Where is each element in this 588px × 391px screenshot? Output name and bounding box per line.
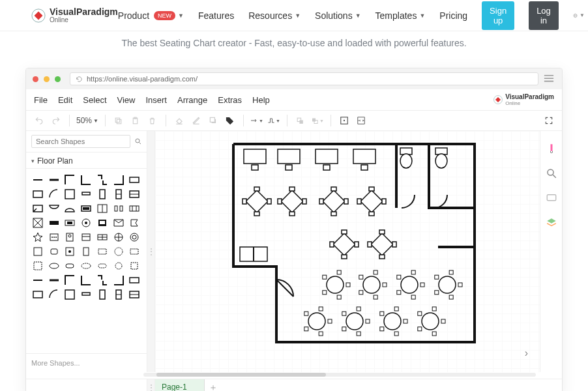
shape-swatch[interactable]: [96, 274, 109, 286]
shape-swatch[interactable]: [31, 174, 44, 186]
fit-page-button[interactable]: [338, 113, 351, 128]
shape-swatch[interactable]: [96, 289, 109, 300]
shape-swatch[interactable]: [63, 203, 76, 214]
shape-swatch[interactable]: [128, 203, 141, 214]
search-icon[interactable]: [546, 167, 557, 179]
shape-swatch[interactable]: [128, 289, 141, 300]
shape-swatch[interactable]: [128, 217, 141, 229]
nav-item-features[interactable]: Features: [198, 10, 234, 21]
shape-swatch[interactable]: [63, 274, 76, 286]
shape-swatch[interactable]: [80, 274, 93, 286]
menu-file[interactable]: File: [34, 95, 48, 105]
shape-swatch[interactable]: [63, 188, 76, 200]
brand[interactable]: VisualParadigm Online: [31, 7, 118, 23]
fill-color-button[interactable]: [173, 113, 186, 128]
shape-swatch[interactable]: [31, 188, 44, 200]
redo-button[interactable]: [50, 113, 63, 128]
menu-view[interactable]: View: [117, 95, 136, 105]
menu-help[interactable]: Help: [252, 95, 270, 105]
shape-swatch[interactable]: [96, 260, 109, 272]
shape-swatch[interactable]: [80, 203, 93, 214]
shape-swatch[interactable]: [31, 203, 44, 214]
shape-swatch[interactable]: [128, 174, 141, 186]
shape-swatch[interactable]: [63, 246, 76, 257]
shape-swatch[interactable]: [96, 217, 109, 229]
nav-item-resources[interactable]: Resources▼: [248, 10, 301, 21]
shape-swatch[interactable]: [112, 289, 125, 300]
shape-swatch[interactable]: [80, 246, 93, 257]
shape-swatch[interactable]: [31, 231, 44, 243]
menu-edit[interactable]: Edit: [58, 95, 72, 105]
shape-swatch[interactable]: [80, 260, 93, 272]
shape-swatch[interactable]: [31, 274, 44, 286]
shape-swatch[interactable]: [63, 260, 76, 272]
shape-swatch[interactable]: [31, 289, 44, 300]
shape-swatch[interactable]: [48, 231, 61, 243]
undo-button[interactable]: [33, 113, 46, 128]
search-icon[interactable]: [134, 136, 142, 147]
menu-insert[interactable]: Insert: [145, 95, 167, 105]
shape-swatch[interactable]: [48, 174, 61, 186]
shape-swatch[interactable]: [112, 217, 125, 229]
nav-item-product[interactable]: ProductNEW▼: [118, 10, 184, 21]
shape-swatch[interactable]: [112, 174, 125, 186]
comments-icon[interactable]: [546, 192, 557, 204]
menu-extras[interactable]: Extras: [218, 95, 242, 105]
login-button[interactable]: Log in: [529, 1, 559, 30]
copy-button[interactable]: [112, 113, 125, 128]
tab-page-1[interactable]: Page-1: [155, 379, 205, 391]
shape-swatch[interactable]: [96, 246, 109, 257]
shape-swatch[interactable]: [80, 217, 93, 229]
fullscreen-button[interactable]: [542, 113, 555, 128]
shape-search-input[interactable]: [31, 135, 130, 148]
fit-width-button[interactable]: [355, 113, 368, 128]
shape-swatch[interactable]: [31, 260, 44, 272]
add-page-button[interactable]: ＋: [205, 379, 222, 391]
more-shapes-button[interactable]: More Shapes...: [26, 353, 147, 372]
shape-swatch[interactable]: [48, 203, 61, 214]
shape-swatch[interactable]: [48, 274, 61, 286]
waypoint-button[interactable]: ▼: [267, 113, 280, 128]
shape-swatch[interactable]: [128, 231, 141, 243]
shape-swatch[interactable]: [128, 188, 141, 200]
shape-swatch[interactable]: [31, 246, 44, 257]
shadow-button[interactable]: [207, 113, 220, 128]
hamburger-icon[interactable]: [544, 73, 555, 85]
shape-swatch[interactable]: [96, 231, 109, 243]
shape-swatch[interactable]: [63, 289, 76, 300]
shape-swatch[interactable]: [31, 217, 44, 229]
format-panel-icon[interactable]: [546, 143, 557, 154]
shape-swatch[interactable]: [63, 217, 76, 229]
tabs-grip[interactable]: ⋮: [147, 379, 155, 391]
shape-swatch[interactable]: [96, 174, 109, 186]
panel-grip[interactable]: ⋮: [147, 131, 155, 372]
to-back-button[interactable]: ▼: [311, 113, 324, 128]
zoom-selector[interactable]: 50%▼: [76, 116, 98, 125]
section-floor-plan[interactable]: Floor Plan: [26, 152, 147, 169]
language-selector[interactable]: ▼: [573, 10, 585, 22]
shape-swatch[interactable]: [112, 188, 125, 200]
url-bar[interactable]: https://online.visual-paradigm.com/: [70, 72, 538, 85]
scroll-right-button[interactable]: ›: [525, 347, 528, 359]
shape-swatch[interactable]: [112, 274, 125, 286]
tag-button[interactable]: [224, 113, 237, 128]
shape-swatch[interactable]: [112, 246, 125, 257]
shape-swatch[interactable]: [128, 260, 141, 272]
diagram-canvas[interactable]: ›: [155, 131, 540, 372]
line-color-button[interactable]: [190, 113, 203, 128]
scrollbar-thumb[interactable]: [156, 373, 326, 377]
shape-swatch[interactable]: [48, 188, 61, 200]
menu-select[interactable]: Select: [83, 95, 106, 105]
to-front-button[interactable]: [294, 113, 307, 128]
shape-swatch[interactable]: [63, 174, 76, 186]
shape-swatch[interactable]: [63, 231, 76, 243]
layers-icon[interactable]: [546, 217, 557, 229]
shape-swatch[interactable]: [80, 289, 93, 300]
shape-swatch[interactable]: [80, 231, 93, 243]
shape-swatch[interactable]: [48, 260, 61, 272]
shape-swatch[interactable]: [48, 246, 61, 257]
nav-item-pricing[interactable]: Pricing: [439, 10, 467, 21]
shape-swatch[interactable]: [128, 274, 141, 286]
paste-button[interactable]: [129, 113, 142, 128]
shape-swatch[interactable]: [48, 217, 61, 229]
